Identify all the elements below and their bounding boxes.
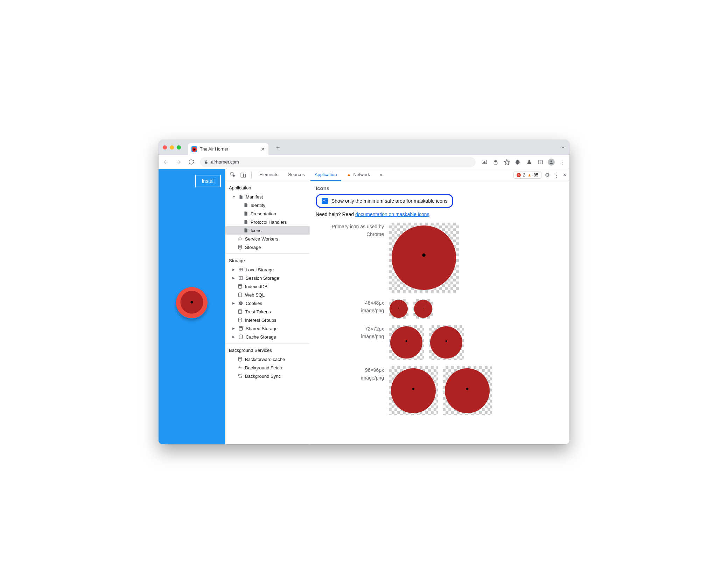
close-window-button[interactable]: [163, 145, 167, 150]
sidebar-item-session-storage[interactable]: ▶ Session Storage: [225, 274, 310, 282]
sidebar-item-cache-storage[interactable]: ▶ Cache Storage: [225, 333, 310, 341]
inspect-element-icon[interactable]: [228, 171, 237, 180]
issue-counter[interactable]: ✕ 2 ▲ 85: [513, 172, 541, 179]
tab-sources[interactable]: Sources: [284, 169, 309, 181]
airhorn-icon[interactable]: [176, 287, 208, 319]
url-text: airhorner.com: [211, 159, 239, 165]
sidebar-item-service-workers[interactable]: ⚙ Service Workers: [225, 235, 310, 243]
table-icon: [238, 267, 244, 272]
sidebar-item-cookies[interactable]: ▶ Cookies: [225, 299, 310, 307]
close-tab-icon[interactable]: ✕: [261, 146, 265, 152]
database-icon: [237, 317, 243, 323]
devtools-menu-icon[interactable]: [553, 171, 559, 179]
cookie-icon: [238, 300, 244, 306]
icon-preview: [429, 325, 464, 360]
icon-preview-group: [389, 223, 459, 293]
section-application-heading: Application: [225, 183, 310, 193]
svg-point-23: [239, 301, 243, 305]
browser-tab[interactable]: The Air Horner ✕: [188, 143, 268, 155]
help-link[interactable]: documentation on maskable icons: [355, 211, 429, 217]
sidebar-item-trust-tokens[interactable]: Trust Tokens: [225, 307, 310, 316]
divider: [225, 343, 310, 343]
airhorn-icon: [392, 225, 456, 290]
airhorn-icon: [414, 300, 432, 318]
icon-row-primary: Primary icon as used by Chrome: [316, 223, 564, 293]
sidebar-item-bg-fetch[interactable]: Background Fetch: [225, 363, 310, 372]
sidebar-item-bf-cache[interactable]: Back/forward cache: [225, 355, 310, 363]
icon-label: 72×72px image/png: [316, 325, 384, 341]
sidebar-item-websql[interactable]: Web SQL: [225, 291, 310, 299]
svg-point-30: [239, 335, 242, 336]
warning-badge-icon: ▲: [527, 173, 532, 178]
maskable-checkbox-row[interactable]: Show only the minimum safe area for mask…: [316, 194, 453, 208]
tab-network[interactable]: ▲ Network: [343, 169, 374, 181]
svg-point-25: [241, 303, 242, 304]
tab-list-dropdown-icon[interactable]: [560, 145, 565, 150]
database-icon: [237, 356, 243, 362]
extensions-icon[interactable]: [514, 158, 522, 166]
file-icon: [238, 194, 244, 200]
forward-button[interactable]: [175, 158, 182, 166]
airhorn-icon: [430, 326, 462, 359]
devtools-tabbar-right: ✕ 2 ▲ 85: [513, 171, 567, 179]
close-devtools-icon[interactable]: [563, 172, 567, 178]
tab-elements[interactable]: Elements: [255, 169, 282, 181]
window-controls: [163, 145, 181, 150]
devtools-tabbar: Elements Sources Application ▲ Network ✕…: [225, 169, 569, 181]
settings-gear-icon[interactable]: [545, 172, 550, 178]
svg-point-31: [238, 357, 241, 359]
share-icon[interactable]: [492, 158, 499, 166]
svg-point-21: [238, 284, 241, 286]
separator: [251, 172, 252, 178]
database-icon: [237, 284, 243, 289]
profile-avatar[interactable]: [548, 159, 555, 166]
browser-window: The Air Horner ✕ ＋ airhorner.com: [159, 140, 569, 444]
checkbox-checked-icon[interactable]: [322, 198, 328, 204]
bookmark-star-icon[interactable]: [503, 158, 511, 166]
device-toolbar-icon[interactable]: [239, 171, 248, 180]
sidebar-item-identity[interactable]: Identity: [225, 201, 310, 209]
sidebar-item-manifest[interactable]: ▼ Manifest: [225, 193, 310, 201]
more-tabs-icon[interactable]: [376, 169, 386, 181]
checkbox-label: Show only the minimum safe area for mask…: [331, 198, 447, 204]
install-button[interactable]: Install: [195, 175, 221, 187]
sidebar-item-protocol-handlers[interactable]: Protocol Handlers: [225, 218, 310, 226]
browser-menu-icon[interactable]: [558, 158, 566, 166]
reload-button[interactable]: [187, 158, 195, 166]
back-button[interactable]: [162, 158, 170, 166]
sidebar-item-interest-groups[interactable]: Interest Groups: [225, 316, 310, 324]
file-icon: [243, 202, 248, 208]
icon-row-72: 72×72px image/png: [316, 325, 564, 360]
disclosure-triangle-icon: ▼: [232, 195, 236, 199]
sidebar-item-indexeddb[interactable]: IndexedDB: [225, 282, 310, 291]
maximize-window-button[interactable]: [177, 145, 181, 150]
sidebar-item-shared-storage[interactable]: ▶ Shared Storage: [225, 324, 310, 333]
install-app-icon[interactable]: [481, 158, 488, 166]
database-icon: [237, 309, 243, 314]
labs-icon[interactable]: [525, 158, 533, 166]
disclosure-triangle-icon: ▶: [232, 276, 236, 280]
icon-preview: [389, 325, 424, 360]
icon-preview-group: [389, 299, 433, 319]
airhorn-icon: [391, 368, 436, 413]
icon-preview: [443, 366, 492, 415]
svg-point-10: [551, 160, 552, 162]
titlebar: The Air Horner ✕ ＋: [159, 140, 569, 155]
svg-point-28: [238, 318, 241, 319]
gear-icon: ⚙: [237, 236, 243, 242]
sidebar-item-storage[interactable]: Storage: [225, 243, 310, 251]
sidebar-item-icons[interactable]: Icons: [225, 226, 310, 235]
sidebar-item-presentation[interactable]: Presentation: [225, 209, 310, 218]
icon-row-96: 96×96px image/png: [316, 366, 564, 415]
error-badge-icon: ✕: [517, 173, 521, 177]
svg-point-27: [238, 310, 241, 311]
tab-application[interactable]: Application: [310, 169, 341, 181]
address-bar[interactable]: airhorner.com: [200, 157, 476, 167]
side-panel-icon[interactable]: [537, 158, 544, 166]
sidebar-item-local-storage[interactable]: ▶ Local Storage: [225, 265, 310, 274]
database-icon: [237, 292, 243, 298]
new-tab-button[interactable]: ＋: [275, 143, 281, 152]
svg-point-24: [240, 302, 240, 303]
sidebar-item-bg-sync[interactable]: Background Sync: [225, 372, 310, 380]
minimize-window-button[interactable]: [170, 145, 174, 150]
